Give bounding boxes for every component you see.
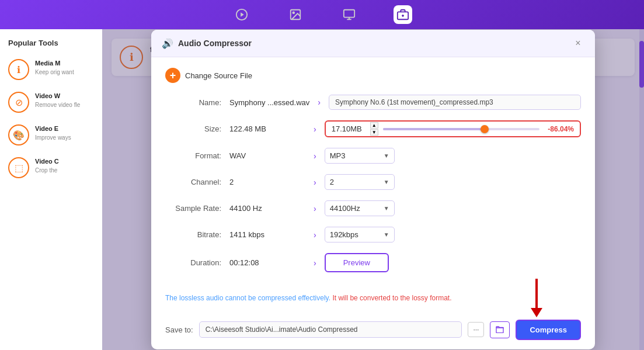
change-source-button[interactable]: + Change Source File [165, 68, 252, 83]
sidebar-item-title: Video C [35, 157, 94, 165]
name-arrow-icon: › [318, 98, 321, 107]
sidebar-item-desc: Keep orig want [35, 68, 94, 76]
modal-body: + Change Source File Name: Symphony ...e… [151, 57, 595, 293]
name-label: Name: [165, 98, 229, 107]
size-output-input[interactable] [328, 122, 369, 136]
size-stepper-down[interactable]: ▼ [370, 129, 378, 136]
format-output-area: MP3 ▼ [325, 148, 581, 164]
no-sign-icon: ⊘ [8, 92, 29, 113]
samplerate-select-value: 44100Hz [330, 204, 379, 213]
format-row: Format: WAV › MP3 ▼ [165, 148, 581, 164]
duration-label: Duration: [165, 258, 229, 267]
size-row: Size: 122.48 MB › ▲ ▼ [165, 120, 581, 137]
toolbox-icon[interactable] [394, 5, 412, 24]
modal-overlay: 🔊 Audio Compressor × + Change Source Fil… [102, 29, 644, 350]
change-source-label: Change Source File [185, 71, 252, 80]
size-stepper: ▲ ▼ [370, 122, 378, 136]
play-icon[interactable] [232, 5, 251, 24]
plus-icon: + [165, 68, 180, 83]
samplerate-label: Sample Rate: [165, 204, 229, 213]
duration-row: Duration: 00:12:08 › Preview [165, 253, 581, 272]
bitrate-select-value: 192kbps [330, 230, 379, 239]
duration-source-value: 00:12:08 [229, 258, 305, 267]
save-path-input[interactable] [199, 321, 462, 338]
name-source-value: Symphony ...essed.wav [229, 98, 309, 107]
samplerate-source-value: 44100 Hz [229, 204, 305, 213]
sidebar-item-video-c[interactable]: ⬚ Video C Crop the [0, 151, 102, 184]
chevron-down-icon: ▼ [384, 205, 389, 212]
sidebar-item-title: Video W [35, 92, 94, 100]
name-row: Name: Symphony ...essed.wav › [165, 95, 581, 110]
chevron-down-icon: ▼ [384, 231, 389, 238]
crop-icon: ⬚ [8, 157, 29, 178]
samplerate-row: Sample Rate: 44100 Hz › 44100Hz ▼ [165, 200, 581, 216]
preview-button[interactable]: Preview [325, 253, 389, 272]
sidebar-item-desc: Crop the [35, 167, 94, 174]
modal-header: 🔊 Audio Compressor × [151, 30, 595, 57]
bitrate-select[interactable]: 192kbps ▼ [325, 227, 395, 242]
size-source-value: 122.48 MB [229, 124, 305, 133]
layout-icon[interactable] [340, 5, 358, 24]
warning-text: The lossless audio cannot be compressed … [165, 293, 581, 303]
warning-red-text: It will be converted to the lossy format… [332, 294, 451, 302]
name-output-area [329, 95, 581, 110]
folder-button[interactable] [490, 321, 510, 338]
size-reduction-label: -86.04% [544, 125, 577, 133]
svg-point-3 [293, 12, 294, 13]
channel-source-value: 2 [229, 178, 305, 186]
size-slider-wrap [378, 128, 545, 130]
channel-label: Channel: [165, 178, 229, 186]
size-slider-thumb[interactable] [481, 125, 489, 133]
image-icon[interactable] [286, 5, 305, 24]
bitrate-label: Bitrate: [165, 230, 229, 239]
sidebar: Popular Tools ℹ Media M Keep orig want ⊘… [0, 29, 102, 350]
top-bar [0, 0, 644, 29]
palette-icon: 🎨 [8, 124, 29, 145]
size-slider-fill [383, 128, 485, 130]
info-icon: ℹ [8, 59, 29, 80]
sidebar-item-media-m[interactable]: ℹ Media M Keep orig want [0, 53, 102, 86]
sidebar-item-desc: Remove video fle [35, 101, 94, 109]
save-to-label: Save to: [165, 325, 193, 334]
bitrate-output-area: 192kbps ▼ [325, 227, 581, 242]
duration-arrow-icon: › [314, 258, 316, 268]
sidebar-item-desc: Improve ways [35, 134, 94, 141]
size-label: Size: [165, 124, 229, 133]
warning-area: The lossless audio cannot be compressed … [151, 293, 595, 314]
bitrate-source-value: 1411 kbps [229, 230, 305, 239]
speaker-icon: 🔊 [162, 38, 173, 49]
format-select-value: MP3 [330, 151, 379, 160]
bitrate-arrow-icon: › [314, 230, 316, 240]
modal-title: 🔊 Audio Compressor [162, 38, 252, 49]
sidebar-item-video-w[interactable]: ⊘ Video W Remove video fle [0, 86, 102, 119]
sidebar-item-title: Media M [35, 59, 94, 67]
sidebar-item-title: Video E [35, 124, 94, 133]
modal-close-button[interactable]: × [572, 37, 584, 50]
name-output-input[interactable] [329, 95, 581, 110]
size-stepper-up[interactable]: ▲ [370, 122, 378, 129]
audio-compressor-modal: 🔊 Audio Compressor × + Change Source Fil… [151, 30, 595, 349]
size-arrow-icon: › [314, 124, 316, 134]
channel-row: Channel: 2 › 2 ▼ [165, 174, 581, 190]
channel-arrow-icon: › [314, 178, 316, 187]
compress-button[interactable]: Compress [516, 320, 581, 340]
arrow-head [531, 308, 542, 317]
sidebar-item-video-e[interactable]: 🎨 Video E Improve ways [0, 119, 102, 151]
format-arrow-icon: › [314, 151, 316, 161]
modal-title-text: Audio Compressor [178, 39, 252, 48]
content-area: ℹ files to the eed 🔊 Audio Compressor × [102, 29, 644, 350]
channel-select[interactable]: 2 ▼ [325, 174, 395, 190]
format-source-value: WAV [229, 151, 305, 160]
dots-button[interactable]: ··· [468, 322, 484, 337]
arrow-annotation [531, 279, 542, 317]
samplerate-output-area: 44100Hz ▼ [325, 200, 581, 216]
chevron-down-icon: ▼ [384, 153, 389, 159]
size-output-box: ▲ ▼ -86.04% [325, 120, 581, 137]
main-layout: Popular Tools ℹ Media M Keep orig want ⊘… [0, 29, 644, 350]
arrow-shaft [535, 279, 538, 308]
svg-rect-4 [343, 10, 354, 18]
samplerate-select[interactable]: 44100Hz ▼ [325, 200, 395, 216]
duration-output-area: Preview [325, 253, 581, 272]
chevron-down-icon: ▼ [384, 179, 389, 185]
format-select[interactable]: MP3 ▼ [325, 148, 395, 164]
